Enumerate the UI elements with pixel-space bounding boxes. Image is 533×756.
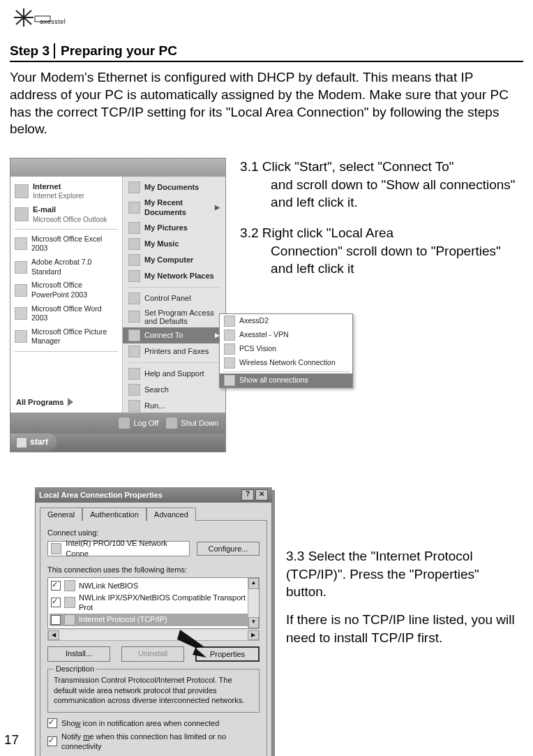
- scroll-up-icon[interactable]: ▲: [248, 578, 259, 589]
- tab-general[interactable]: General: [40, 507, 82, 521]
- printer-icon: [128, 346, 140, 357]
- flyout-item[interactable]: PCS Vision: [220, 342, 352, 356]
- folder-icon: [128, 222, 140, 234]
- my-network-places[interactable]: My Network Places: [123, 268, 225, 284]
- my-documents[interactable]: My Documents: [123, 179, 225, 195]
- connection-icon: [224, 343, 235, 355]
- install-button[interactable]: Install...: [47, 646, 110, 662]
- list-item-selected[interactable]: Internet Protocol (TCP/IP): [50, 614, 257, 626]
- scroll-left-icon[interactable]: ◀: [48, 630, 59, 640]
- help-icon: [128, 368, 140, 380]
- tab-authentication[interactable]: Authentication: [82, 507, 147, 521]
- wireless-icon: [224, 357, 235, 369]
- log-off-button[interactable]: Log Off: [118, 417, 158, 429]
- search[interactable]: Search: [123, 382, 225, 398]
- pinned-internet[interactable]: Internet Internet Explorer: [10, 179, 122, 202]
- notify-option[interactable]: Notify me when this connection has limit…: [47, 732, 260, 752]
- tab-advanced[interactable]: Advanced: [147, 507, 196, 521]
- lan-properties-dialog: Local Area Connection Properties ? ✕ Gen…: [35, 487, 272, 756]
- checkbox[interactable]: [47, 718, 57, 728]
- set-program-access[interactable]: Set Program Access and Defaults: [123, 306, 225, 327]
- scroll-right-icon[interactable]: ▶: [248, 630, 259, 640]
- help-support[interactable]: Help and Support: [123, 366, 225, 382]
- connect-to[interactable]: Connect To▶: [123, 327, 225, 343]
- my-music[interactable]: My Music: [123, 236, 225, 252]
- folder-icon: [128, 181, 140, 193]
- step-title: Preparing your PC: [61, 43, 177, 60]
- brand-logo: axesstel: [10, 6, 523, 40]
- run-icon: [128, 400, 140, 412]
- intro-paragraph: Your Modem's Ethernet is configured with…: [10, 69, 523, 138]
- control-panel-icon: [128, 292, 140, 304]
- my-pictures[interactable]: My Pictures: [123, 220, 225, 236]
- all-programs[interactable]: All Programs: [10, 393, 122, 411]
- flyout-item[interactable]: Axesstel - VPN: [220, 328, 352, 342]
- step-3-3a: 3.3 Select the "Internet Protocol (TCP/I…: [286, 547, 523, 601]
- scroll-down-icon[interactable]: ▼: [248, 617, 259, 628]
- components-list[interactable]: NWLink NetBIOS NWLink IPX/SPX/NetBIOS Co…: [47, 577, 260, 629]
- protocol-icon: [64, 597, 75, 608]
- my-computer[interactable]: My Computer: [123, 252, 225, 268]
- logoff-icon: [118, 417, 130, 429]
- svg-marker-5: [177, 630, 207, 658]
- step-3-1-head: 3.1 Click "Start", select "Connect To": [240, 158, 523, 176]
- dialog-title: Local Area Connection Properties: [39, 490, 163, 500]
- word-icon: [15, 307, 27, 320]
- chevron-right-icon: ▶: [215, 204, 220, 212]
- uninstall-button[interactable]: Uninstall: [121, 646, 184, 662]
- mfu-item[interactable]: Adobe Acrobat 7.0 Standard: [10, 255, 122, 279]
- list-item[interactable]: NWLink IPX/SPX/NetBIOS Compatible Transp…: [50, 592, 257, 614]
- ie-icon: [15, 184, 29, 198]
- checkbox[interactable]: [51, 598, 61, 607]
- page-number: 17: [4, 732, 19, 749]
- connections-icon: [224, 375, 235, 386]
- dialog-titlebar[interactable]: Local Area Connection Properties ? ✕: [35, 487, 272, 503]
- mfu-item[interactable]: Microsoft Office PowerPoint 2003: [10, 279, 122, 302]
- chevron-right-icon: [68, 398, 73, 406]
- connection-icon: [224, 329, 235, 341]
- acrobat-icon: [15, 261, 27, 274]
- horizontal-scrollbar[interactable]: ◀▶: [47, 630, 260, 641]
- folder-icon: [128, 202, 140, 214]
- printers-faxes[interactable]: Printers and Faxes: [123, 343, 225, 360]
- list-item[interactable]: NWLink NetBIOS: [50, 579, 257, 592]
- folder-icon: [128, 238, 140, 250]
- pinned-email[interactable]: E-mail Microsoft Office Outlook: [10, 202, 122, 225]
- shut-down-button[interactable]: Shut Down: [165, 417, 218, 429]
- checkbox[interactable]: [47, 736, 57, 746]
- control-panel[interactable]: Control Panel: [123, 290, 225, 306]
- description-legend: Description: [54, 664, 96, 674]
- mfu-item[interactable]: Microsoft Office Excel 2003: [10, 232, 122, 255]
- start-menu-screenshot: Internet Internet Explorer E-mail Micros…: [10, 158, 226, 452]
- close-button[interactable]: ✕: [255, 489, 268, 501]
- step-3-1-body: and scroll down to "Show all connections…: [240, 176, 523, 212]
- network-icon: [128, 270, 140, 282]
- configure-button[interactable]: Configure...: [197, 542, 260, 556]
- brand-text: axesstel: [40, 18, 66, 25]
- flyout-item[interactable]: Wireless Network Connection: [220, 356, 352, 370]
- vertical-scrollbar[interactable]: ▲▼: [248, 578, 259, 628]
- mail-icon: [15, 207, 29, 221]
- start-button[interactable]: start: [10, 433, 57, 452]
- show-icon-option[interactable]: Show icon in notification area when conn…: [47, 718, 260, 728]
- step-3-3b: If there is no TCP/IP line listed, you w…: [286, 611, 523, 646]
- my-recent-documents[interactable]: My Recent Documents▶: [123, 195, 225, 220]
- checkbox[interactable]: [51, 615, 61, 625]
- help-button[interactable]: ?: [241, 489, 254, 501]
- powerpoint-icon: [15, 284, 27, 297]
- run[interactable]: Run...: [123, 398, 225, 414]
- connect-to-flyout: AxessD2 Axesstel - VPN PCS Vision Wirele…: [219, 313, 353, 388]
- mfu-item[interactable]: Microsoft Office Picture Manager: [10, 325, 122, 348]
- adapter-field[interactable]: Intel(R) PRO/100 VE Network Conne: [47, 541, 190, 556]
- picture-manager-icon: [15, 330, 27, 343]
- flyout-item[interactable]: AxessD2: [220, 314, 352, 328]
- connection-icon: [224, 316, 235, 327]
- step-header: Step 3 Preparing your PC: [10, 43, 523, 63]
- step-3-2-head: 3.2 Right click "Local Area: [240, 224, 523, 242]
- uses-items-label: This connection uses the following items…: [47, 565, 260, 575]
- connect-icon: [128, 329, 140, 341]
- mfu-item[interactable]: Microsoft Office Word 2003: [10, 302, 122, 325]
- excel-icon: [15, 237, 27, 250]
- show-all-connections[interactable]: Show all connections: [220, 373, 352, 387]
- checkbox[interactable]: [51, 581, 61, 591]
